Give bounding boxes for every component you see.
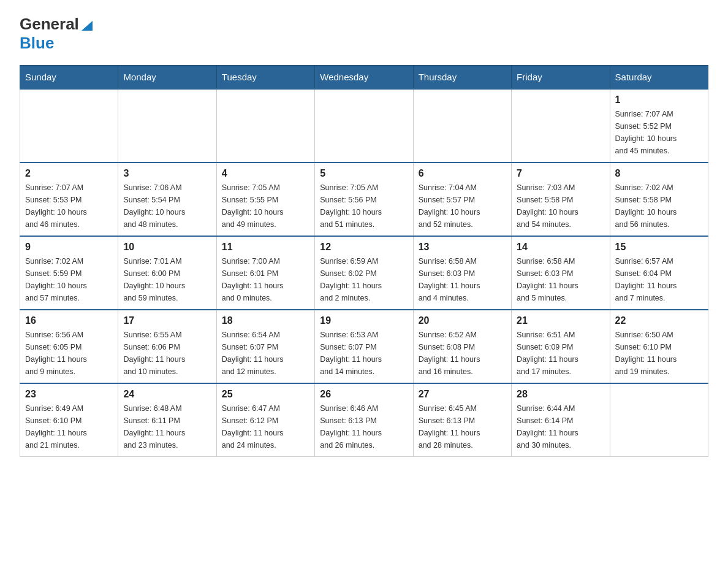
header-wednesday: Wednesday bbox=[315, 66, 413, 90]
day-number: 24 bbox=[123, 389, 211, 400]
logo-general-text: General bbox=[20, 15, 79, 34]
day-info: Sunrise: 7:06 AMSunset: 5:54 PMDaylight:… bbox=[123, 182, 211, 231]
calendar-cell: 16Sunrise: 6:56 AMSunset: 6:05 PMDayligh… bbox=[20, 310, 118, 383]
day-number: 7 bbox=[517, 168, 604, 179]
calendar-cell: 8Sunrise: 7:02 AMSunset: 5:58 PMDaylight… bbox=[610, 163, 708, 236]
calendar-cell: 5Sunrise: 7:05 AMSunset: 5:56 PMDaylight… bbox=[315, 163, 413, 236]
logo-triangle-icon bbox=[80, 18, 94, 32]
calendar-cell: 11Sunrise: 7:00 AMSunset: 6:01 PMDayligh… bbox=[216, 236, 314, 310]
day-info: Sunrise: 6:58 AMSunset: 6:03 PMDaylight:… bbox=[517, 255, 604, 304]
day-info: Sunrise: 6:49 AMSunset: 6:10 PMDaylight:… bbox=[25, 402, 113, 451]
day-info: Sunrise: 6:45 AMSunset: 6:13 PMDaylight:… bbox=[419, 402, 506, 451]
logo: General Blue bbox=[20, 15, 94, 53]
day-info: Sunrise: 7:07 AMSunset: 5:52 PMDaylight:… bbox=[615, 108, 703, 157]
page-header: General Blue bbox=[20, 15, 708, 53]
day-info: Sunrise: 7:05 AMSunset: 5:55 PMDaylight:… bbox=[222, 182, 309, 231]
day-info: Sunrise: 6:56 AMSunset: 6:05 PMDaylight:… bbox=[25, 329, 113, 378]
calendar-cell: 1Sunrise: 7:07 AMSunset: 5:52 PMDaylight… bbox=[610, 89, 708, 163]
day-info: Sunrise: 6:59 AMSunset: 6:02 PMDaylight:… bbox=[320, 255, 408, 304]
day-info: Sunrise: 7:02 AMSunset: 5:58 PMDaylight:… bbox=[615, 182, 703, 231]
day-number: 2 bbox=[25, 168, 113, 179]
day-number: 8 bbox=[615, 168, 703, 179]
week-row-1: 1Sunrise: 7:07 AMSunset: 5:52 PMDaylight… bbox=[20, 89, 708, 163]
day-info: Sunrise: 7:01 AMSunset: 6:00 PMDaylight:… bbox=[123, 255, 211, 304]
day-number: 10 bbox=[123, 242, 211, 253]
day-number: 25 bbox=[222, 389, 309, 400]
week-row-2: 2Sunrise: 7:07 AMSunset: 5:53 PMDaylight… bbox=[20, 163, 708, 236]
day-info: Sunrise: 6:54 AMSunset: 6:07 PMDaylight:… bbox=[222, 329, 309, 378]
calendar-cell: 21Sunrise: 6:51 AMSunset: 6:09 PMDayligh… bbox=[512, 310, 610, 383]
day-number: 26 bbox=[320, 389, 408, 400]
header-monday: Monday bbox=[118, 66, 216, 90]
day-number: 15 bbox=[615, 242, 703, 253]
calendar-cell: 15Sunrise: 6:57 AMSunset: 6:04 PMDayligh… bbox=[610, 236, 708, 310]
day-number: 17 bbox=[123, 315, 211, 326]
calendar-cell: 12Sunrise: 6:59 AMSunset: 6:02 PMDayligh… bbox=[315, 236, 413, 310]
calendar-cell: 14Sunrise: 6:58 AMSunset: 6:03 PMDayligh… bbox=[512, 236, 610, 310]
day-number: 1 bbox=[615, 94, 703, 105]
day-info: Sunrise: 6:53 AMSunset: 6:07 PMDaylight:… bbox=[320, 329, 408, 378]
calendar-cell: 25Sunrise: 6:47 AMSunset: 6:12 PMDayligh… bbox=[216, 383, 314, 457]
calendar-cell: 4Sunrise: 7:05 AMSunset: 5:55 PMDaylight… bbox=[216, 163, 314, 236]
calendar-cell: 7Sunrise: 7:03 AMSunset: 5:58 PMDaylight… bbox=[512, 163, 610, 236]
calendar-cell bbox=[216, 89, 314, 163]
day-number: 9 bbox=[25, 242, 113, 253]
calendar-cell: 28Sunrise: 6:44 AMSunset: 6:14 PMDayligh… bbox=[512, 383, 610, 457]
day-info: Sunrise: 7:04 AMSunset: 5:57 PMDaylight:… bbox=[419, 182, 506, 231]
calendar-cell: 24Sunrise: 6:48 AMSunset: 6:11 PMDayligh… bbox=[118, 383, 216, 457]
day-info: Sunrise: 7:03 AMSunset: 5:58 PMDaylight:… bbox=[517, 182, 604, 231]
calendar-cell: 6Sunrise: 7:04 AMSunset: 5:57 PMDaylight… bbox=[413, 163, 511, 236]
day-number: 16 bbox=[25, 315, 113, 326]
day-number: 13 bbox=[419, 242, 506, 253]
day-info: Sunrise: 6:46 AMSunset: 6:13 PMDaylight:… bbox=[320, 402, 408, 451]
calendar-cell: 27Sunrise: 6:45 AMSunset: 6:13 PMDayligh… bbox=[413, 383, 511, 457]
day-info: Sunrise: 6:57 AMSunset: 6:04 PMDaylight:… bbox=[615, 255, 703, 304]
day-number: 20 bbox=[419, 315, 506, 326]
week-row-4: 16Sunrise: 6:56 AMSunset: 6:05 PMDayligh… bbox=[20, 310, 708, 383]
calendar-header-row: SundayMondayTuesdayWednesdayThursdayFrid… bbox=[20, 66, 708, 90]
calendar-cell bbox=[512, 89, 610, 163]
calendar-cell: 26Sunrise: 6:46 AMSunset: 6:13 PMDayligh… bbox=[315, 383, 413, 457]
calendar-cell: 10Sunrise: 7:01 AMSunset: 6:00 PMDayligh… bbox=[118, 236, 216, 310]
calendar-cell bbox=[118, 89, 216, 163]
day-number: 19 bbox=[320, 315, 408, 326]
calendar-cell: 20Sunrise: 6:52 AMSunset: 6:08 PMDayligh… bbox=[413, 310, 511, 383]
calendar-cell: 13Sunrise: 6:58 AMSunset: 6:03 PMDayligh… bbox=[413, 236, 511, 310]
day-number: 6 bbox=[419, 168, 506, 179]
day-number: 27 bbox=[419, 389, 506, 400]
calendar-cell bbox=[610, 383, 708, 457]
week-row-5: 23Sunrise: 6:49 AMSunset: 6:10 PMDayligh… bbox=[20, 383, 708, 457]
header-friday: Friday bbox=[512, 66, 610, 90]
day-number: 3 bbox=[123, 168, 211, 179]
calendar-cell: 19Sunrise: 6:53 AMSunset: 6:07 PMDayligh… bbox=[315, 310, 413, 383]
day-number: 4 bbox=[222, 168, 309, 179]
header-tuesday: Tuesday bbox=[216, 66, 314, 90]
day-number: 21 bbox=[517, 315, 604, 326]
header-thursday: Thursday bbox=[413, 66, 511, 90]
logo-blue-text: Blue bbox=[20, 34, 54, 52]
day-info: Sunrise: 7:00 AMSunset: 6:01 PMDaylight:… bbox=[222, 255, 309, 304]
day-info: Sunrise: 6:58 AMSunset: 6:03 PMDaylight:… bbox=[419, 255, 506, 304]
calendar-cell: 9Sunrise: 7:02 AMSunset: 5:59 PMDaylight… bbox=[20, 236, 118, 310]
day-number: 28 bbox=[517, 389, 604, 400]
day-info: Sunrise: 6:50 AMSunset: 6:10 PMDaylight:… bbox=[615, 329, 703, 378]
calendar-cell: 22Sunrise: 6:50 AMSunset: 6:10 PMDayligh… bbox=[610, 310, 708, 383]
day-info: Sunrise: 7:07 AMSunset: 5:53 PMDaylight:… bbox=[25, 182, 113, 231]
day-number: 22 bbox=[615, 315, 703, 326]
calendar-cell: 18Sunrise: 6:54 AMSunset: 6:07 PMDayligh… bbox=[216, 310, 314, 383]
calendar-cell: 3Sunrise: 7:06 AMSunset: 5:54 PMDaylight… bbox=[118, 163, 216, 236]
day-info: Sunrise: 6:51 AMSunset: 6:09 PMDaylight:… bbox=[517, 329, 604, 378]
calendar-cell bbox=[413, 89, 511, 163]
calendar-table: SundayMondayTuesdayWednesdayThursdayFrid… bbox=[20, 65, 708, 457]
day-info: Sunrise: 6:48 AMSunset: 6:11 PMDaylight:… bbox=[123, 402, 211, 451]
day-info: Sunrise: 7:05 AMSunset: 5:56 PMDaylight:… bbox=[320, 182, 408, 231]
calendar-cell: 23Sunrise: 6:49 AMSunset: 6:10 PMDayligh… bbox=[20, 383, 118, 457]
header-saturday: Saturday bbox=[610, 66, 708, 90]
day-info: Sunrise: 7:02 AMSunset: 5:59 PMDaylight:… bbox=[25, 255, 113, 304]
calendar-cell bbox=[315, 89, 413, 163]
day-number: 11 bbox=[222, 242, 309, 253]
week-row-3: 9Sunrise: 7:02 AMSunset: 5:59 PMDaylight… bbox=[20, 236, 708, 310]
calendar-cell: 2Sunrise: 7:07 AMSunset: 5:53 PMDaylight… bbox=[20, 163, 118, 236]
calendar-cell bbox=[20, 89, 118, 163]
svg-marker-0 bbox=[82, 21, 93, 31]
